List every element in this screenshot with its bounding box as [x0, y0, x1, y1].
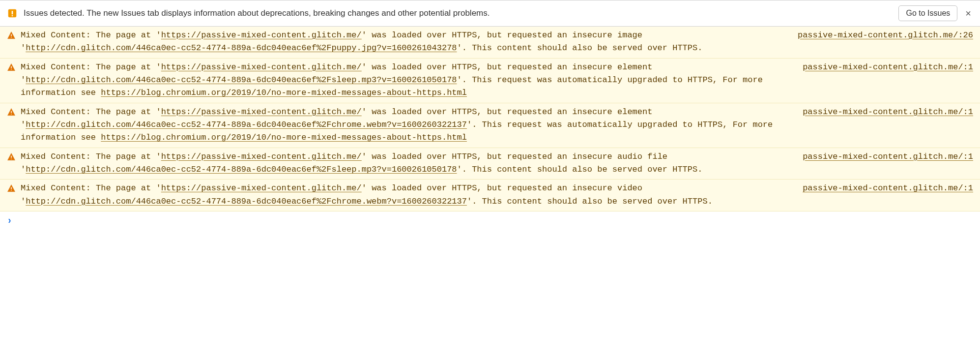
- link-text[interactable]: https://passive-mixed-content.glitch.me/: [161, 30, 362, 40]
- svg-rect-9: [11, 155, 12, 158]
- message-source-link[interactable]: passive-mixed-content.glitch.me/:1: [803, 61, 973, 74]
- warning-icon: [7, 184, 16, 193]
- go-to-issues-button[interactable]: Go to Issues: [898, 5, 957, 21]
- prompt-caret-icon: ›: [7, 215, 12, 226]
- svg-rect-4: [11, 37, 12, 38]
- link-text[interactable]: https://passive-mixed-content.glitch.me/: [161, 107, 362, 117]
- svg-rect-1: [12, 11, 13, 14]
- issues-message: Issues detected. The new Issues tab disp…: [24, 8, 893, 18]
- link-text[interactable]: http://cdn.glitch.com/446ca0ec-cc52-4774…: [26, 165, 457, 174]
- link-text[interactable]: https://blog.chromium.org/2019/10/no-mor…: [101, 133, 467, 142]
- issues-bar: Issues detected. The new Issues tab disp…: [0, 0, 980, 27]
- warning-message-text: Mixed Content: The page at 'https://pass…: [21, 182, 783, 208]
- svg-rect-2: [12, 15, 13, 17]
- message-source-link[interactable]: passive-mixed-content.glitch.me/:1: [803, 182, 973, 195]
- console-warning-row: Mixed Content: The page at 'https://pass…: [0, 59, 980, 103]
- issues-icon: [7, 8, 18, 19]
- warning-icon: [7, 152, 16, 161]
- message-source-link[interactable]: passive-mixed-content.glitch.me/:1: [803, 106, 973, 119]
- link-text[interactable]: http://cdn.glitch.com/446ca0ec-cc52-4774…: [26, 75, 457, 85]
- svg-rect-5: [11, 66, 12, 68]
- console-warning-row: Mixed Content: The page at 'https://pass…: [0, 27, 980, 59]
- link-text[interactable]: https://blog.chromium.org/2019/10/no-mor…: [101, 88, 467, 97]
- console-warning-row: Mixed Content: The page at 'https://pass…: [0, 148, 980, 180]
- link-text[interactable]: https://passive-mixed-content.glitch.me/: [161, 152, 362, 161]
- console-warning-row: Mixed Content: The page at 'https://pass…: [0, 180, 980, 211]
- close-icon[interactable]: ×: [963, 8, 973, 18]
- console-messages: Mixed Content: The page at 'https://pass…: [0, 27, 980, 211]
- link-text[interactable]: http://cdn.glitch.com/446ca0ec-cc52-4774…: [26, 120, 467, 129]
- svg-rect-8: [11, 114, 12, 115]
- console-prompt[interactable]: ›: [0, 211, 980, 229]
- warning-icon: [7, 108, 16, 117]
- link-text[interactable]: https://passive-mixed-content.glitch.me/: [161, 183, 362, 193]
- svg-rect-10: [11, 158, 12, 159]
- warning-message-text: Mixed Content: The page at 'https://pass…: [21, 106, 783, 145]
- svg-rect-7: [11, 111, 12, 113]
- console-warning-row: Mixed Content: The page at 'https://pass…: [0, 103, 980, 148]
- link-text[interactable]: https://passive-mixed-content.glitch.me/: [161, 62, 362, 72]
- link-text[interactable]: http://cdn.glitch.com/446ca0ec-cc52-4774…: [26, 197, 467, 206]
- warning-icon: [7, 63, 16, 72]
- message-source-link[interactable]: passive-mixed-content.glitch.me/:1: [803, 150, 973, 163]
- svg-rect-11: [11, 187, 12, 190]
- message-source-link[interactable]: passive-mixed-content.glitch.me/:26: [798, 29, 973, 42]
- warning-message-text: Mixed Content: The page at 'https://pass…: [21, 61, 783, 100]
- svg-rect-3: [11, 34, 12, 36]
- svg-rect-12: [11, 190, 12, 191]
- warning-icon: [7, 31, 16, 40]
- warning-message-text: Mixed Content: The page at 'https://pass…: [21, 150, 783, 177]
- svg-rect-6: [11, 69, 12, 70]
- warning-message-text: Mixed Content: The page at 'https://pass…: [21, 29, 778, 55]
- link-text[interactable]: http://cdn.glitch.com/446ca0ec-cc52-4774…: [26, 43, 457, 53]
